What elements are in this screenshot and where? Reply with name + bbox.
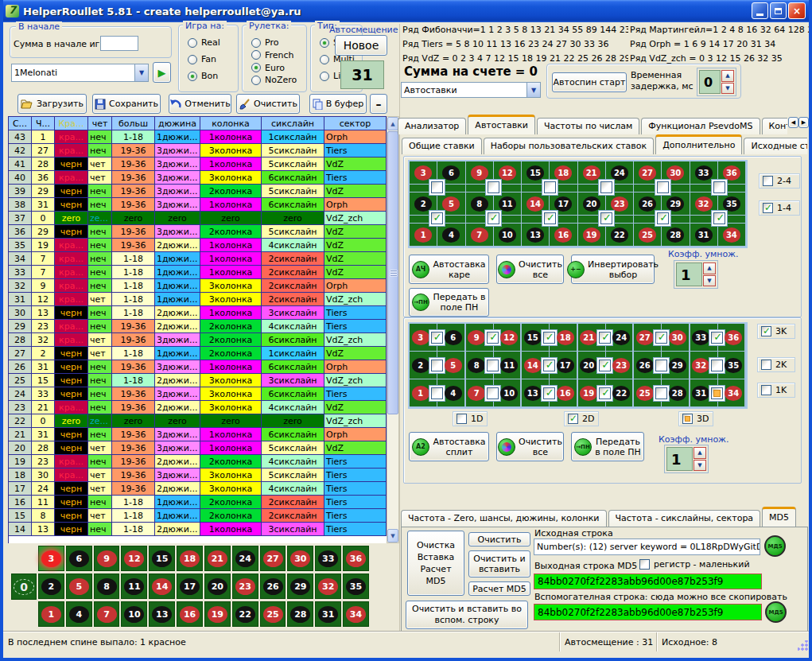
- board-cell-1[interactable]: 1: [38, 601, 64, 627]
- number-chip-19[interactable]: 19: [583, 227, 600, 243]
- table-row[interactable]: 2321кра...неч19-362дюжи...3колонка4сиксл…: [9, 401, 387, 414]
- split-checkbox-31-34[interactable]: [711, 387, 723, 399]
- board-cell-15[interactable]: 15: [149, 546, 175, 571]
- minimize-button[interactable]: [752, 2, 768, 19]
- split-checkbox-32-35[interactable]: [711, 360, 723, 371]
- board-cell-35[interactable]: 35: [343, 574, 369, 599]
- freqtab-Частота - Zero, шансы, дюжины, колонки[interactable]: Частота - Zero, шансы, дюжины, колонки: [401, 510, 607, 527]
- spinner-up-icon[interactable]: ▲: [721, 70, 734, 82]
- split-checkbox-20-23[interactable]: [599, 360, 611, 371]
- kare-corner-checkbox[interactable]: [431, 212, 443, 224]
- number-chip-24[interactable]: 24: [611, 165, 628, 181]
- bets-combobox[interactable]: Автоставки ▼: [401, 82, 541, 98]
- checkbox-1-4[interactable]: 1-4: [759, 200, 800, 216]
- header-cell[interactable]: сикслайн: [262, 117, 324, 130]
- board-cell-8[interactable]: 8: [94, 574, 120, 599]
- table-row[interactable]: 1923кра...неч19-362дюжи...2колонка4сиксл…: [9, 455, 387, 469]
- table-row[interactable]: 272чернчет1-181дюжи...2колонка1сикслайнV…: [9, 347, 387, 360]
- md5-clear-paste-button[interactable]: Очистить и вставить: [468, 550, 530, 577]
- kare-corner-checkbox[interactable]: [657, 181, 669, 193]
- table-row[interactable]: 2433черннеч19-363дюжи...3колонка6сикслай…: [9, 387, 387, 401]
- autobet-kare-button[interactable]: АЧ Автоставка каре: [409, 255, 489, 284]
- board-cell-19[interactable]: 19: [204, 601, 231, 627]
- invert-selection-button[interactable]: +− Инвертировать выбор: [571, 255, 655, 284]
- board-cell-12[interactable]: 12: [121, 546, 147, 571]
- title-bar[interactable]: 7 HelperRoullet 5.81 - create helperroul…: [0, 0, 812, 22]
- spinner-up-icon[interactable]: ▲: [694, 447, 706, 459]
- kare-corner-checkbox[interactable]: [600, 181, 612, 193]
- checkbox-2d[interactable]: 2D: [564, 411, 599, 426]
- board-cell-27[interactable]: 27: [260, 546, 286, 571]
- checkbox-icon[interactable]: [761, 385, 771, 395]
- tab-Функционал PsevdoMS[interactable]: Функционал PsevdoMS: [641, 118, 760, 134]
- board-cell-28[interactable]: 28: [287, 601, 313, 627]
- table-row[interactable]: 3112кра...чет1-181дюжи...3колонка2сиксла…: [9, 293, 387, 306]
- collapse-button[interactable]: –: [370, 94, 387, 114]
- radio-fan[interactable]: Fan: [188, 54, 216, 64]
- number-chip-29[interactable]: 29: [666, 196, 684, 212]
- board-cell-29[interactable]: 29: [287, 574, 313, 599]
- checkbox-2-4[interactable]: 2-4: [759, 173, 800, 189]
- board-cell-26[interactable]: 26: [260, 574, 286, 599]
- board-cell-23[interactable]: 23: [232, 574, 258, 599]
- number-chip-8[interactable]: 8: [471, 196, 488, 212]
- number-chip-22[interactable]: 22: [611, 227, 628, 243]
- table-row[interactable]: 370zeroze...zerozerozerozeroVdZ_zch: [9, 212, 387, 225]
- scroll-up-icon[interactable]: ▲: [387, 117, 398, 130]
- play-button[interactable]: ▶: [153, 62, 171, 83]
- kare-corner-checkbox[interactable]: [600, 212, 612, 224]
- kare-corner-checkbox[interactable]: [544, 181, 556, 193]
- checkbox-1d[interactable]: 1D: [453, 411, 488, 426]
- board-cell-2[interactable]: 2: [38, 574, 64, 599]
- split-checkbox-26-29[interactable]: [655, 360, 667, 371]
- board-cell-9[interactable]: 9: [94, 546, 120, 571]
- table-row[interactable]: 4036кра...чет19-363дюжи...3колонка6сиксл…: [9, 171, 387, 185]
- subtab-Исходные строки М[interactable]: Исходные строки М: [744, 138, 807, 154]
- radio-pro[interactable]: Pro: [251, 37, 278, 48]
- start-sum-input[interactable]: [100, 36, 138, 51]
- checkbox-icon[interactable]: [761, 326, 771, 336]
- board-cell-16[interactable]: 16: [177, 601, 203, 627]
- spinner-down-icon[interactable]: ▼: [703, 275, 716, 287]
- checkbox-icon[interactable]: [568, 414, 578, 424]
- board-cell-7[interactable]: 7: [94, 601, 120, 627]
- split-checkbox-9-12[interactable]: [487, 332, 499, 344]
- table-row[interactable]: 1413черннеч1-182дюжи...1колонка3сикслайн…: [9, 523, 387, 536]
- freqtab-MD5[interactable]: MD5: [762, 507, 796, 527]
- table-row[interactable]: 4128чернчет19-363дюжи...1колонка5сикслай…: [9, 157, 387, 171]
- transfer-split-button[interactable]: →ПН Передать в поле ПН: [571, 432, 644, 461]
- checkbox-icon[interactable]: [761, 360, 771, 370]
- checkbox-icon[interactable]: [639, 559, 650, 570]
- radio-euro[interactable]: Euro: [251, 63, 285, 73]
- table-row[interactable]: 431кра...неч1-181дюжи...1колонка1сикслай…: [9, 130, 387, 144]
- close-button[interactable]: ×: [788, 2, 806, 19]
- board-cell-22[interactable]: 22: [232, 601, 258, 627]
- scrollbar-thumb[interactable]: [387, 131, 398, 414]
- scroll-down-icon[interactable]: ▼: [387, 529, 398, 542]
- table-row[interactable]: 2131черннеч19-363дюжи...1колонка6сикслай…: [9, 428, 387, 441]
- spinner-up-icon[interactable]: ▲: [703, 262, 716, 274]
- number-chip-7[interactable]: 7: [471, 227, 488, 243]
- board-cell-34[interactable]: 34: [343, 601, 369, 627]
- checkbox-1k[interactable]: 1K: [757, 383, 795, 398]
- chevron-down-icon[interactable]: ▼: [526, 83, 540, 97]
- board-zero-cell[interactable]: 0: [11, 574, 37, 600]
- md5-aux-icon[interactable]: МД5: [765, 601, 787, 623]
- kare-corner-checkbox[interactable]: [713, 212, 725, 224]
- tabs-scroll-right-icon[interactable]: ▶: [798, 117, 809, 128]
- chevron-down-icon[interactable]: ▼: [134, 64, 148, 81]
- table-row[interactable]: 1724чернчет19-362дюжи...3колонка4сикслай…: [9, 482, 387, 496]
- maximize-button[interactable]: [770, 2, 787, 19]
- table-row[interactable]: 329кра...неч1-181дюжи...3колонка2сикслай…: [9, 279, 387, 293]
- table-row[interactable]: 3013черннеч1-182дюжи...1колонка3сикслайн…: [9, 306, 387, 320]
- number-chip-15[interactable]: 15: [526, 165, 544, 181]
- history-scrollbar[interactable]: ▲ ▼: [387, 116, 399, 543]
- radio-nozero[interactable]: NoZero: [251, 75, 297, 85]
- board-cell-32[interactable]: 32: [315, 574, 341, 599]
- checkbox-icon[interactable]: [457, 414, 467, 424]
- header-cell[interactable]: Ч...: [32, 117, 55, 130]
- tab-Контроль банкро[interactable]: Контроль банкро: [762, 118, 787, 134]
- header-cell[interactable]: Кра...: [55, 117, 88, 130]
- header-cell[interactable]: больш: [112, 117, 155, 130]
- md5-big-button[interactable]: Очистка Вставка Расчет MD5: [407, 531, 464, 596]
